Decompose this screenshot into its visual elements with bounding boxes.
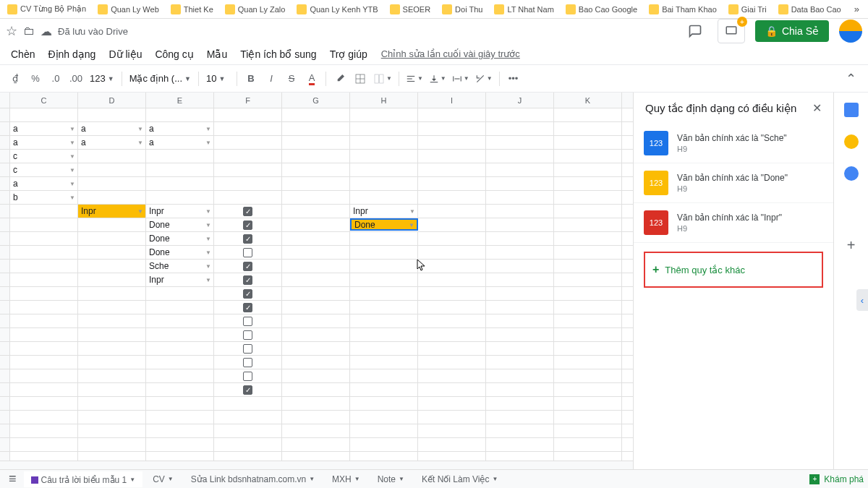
col-header[interactable]: G bbox=[282, 93, 350, 108]
col-header[interactable]: C bbox=[10, 93, 78, 108]
select-all-corner[interactable] bbox=[0, 93, 10, 108]
format-rule[interactable]: 123 Văn bản chính xác là "Sche" H9 bbox=[634, 124, 833, 163]
menu-help[interactable]: Trợ giúp bbox=[325, 46, 373, 63]
share-button[interactable]: 🔒 Chia Sẻ bbox=[755, 20, 829, 42]
cell[interactable]: ✓ bbox=[214, 383, 282, 396]
calendar-icon[interactable] bbox=[844, 103, 859, 117]
cell[interactable]: Done▼ bbox=[146, 218, 214, 231]
bookmark-item[interactable]: Quan Ly Zalo bbox=[221, 3, 290, 16]
rotate-button[interactable]: ▼ bbox=[473, 69, 495, 88]
keep-icon[interactable] bbox=[844, 134, 859, 149]
spreadsheet-grid[interactable]: C D E F G H I J K a▼a▼a▼a▼a▼a▼c▼c▼a▼b▼In… bbox=[0, 93, 633, 469]
col-header[interactable]: E bbox=[146, 93, 214, 108]
bold-button[interactable]: B bbox=[242, 69, 260, 88]
decrease-decimal-button[interactable]: .0 bbox=[46, 69, 65, 88]
cell[interactable]: ✓ bbox=[214, 301, 282, 314]
font-select[interactable]: Mặc định (...▼ bbox=[127, 73, 194, 84]
col-header[interactable]: D bbox=[78, 93, 146, 108]
cell[interactable] bbox=[214, 342, 282, 355]
cell[interactable]: ✓ bbox=[214, 218, 282, 231]
strikethrough-button[interactable]: S bbox=[282, 69, 301, 88]
cell[interactable]: ✓ bbox=[214, 287, 282, 300]
sheet-tab[interactable]: Kết Nối Làm Việc▼ bbox=[414, 472, 505, 487]
bookmarks-overflow[interactable]: » bbox=[848, 4, 865, 14]
cell[interactable]: a▼ bbox=[146, 122, 214, 135]
cell[interactable] bbox=[214, 328, 282, 341]
account-avatar[interactable] bbox=[839, 20, 862, 43]
present-button[interactable]: + bbox=[718, 19, 745, 43]
cell[interactable]: Done▼ bbox=[350, 218, 418, 231]
cell[interactable]: a▼ bbox=[146, 136, 214, 149]
cell[interactable] bbox=[214, 314, 282, 328]
col-header[interactable]: I bbox=[418, 93, 486, 108]
add-addon-icon[interactable]: + bbox=[847, 237, 856, 254]
bookmark-item[interactable]: Data Bao Cao bbox=[774, 3, 846, 16]
text-color-button[interactable]: A bbox=[302, 69, 321, 88]
col-header[interactable]: K bbox=[554, 93, 622, 108]
bookmark-item[interactable]: Giai Tri bbox=[724, 3, 771, 16]
move-folder-icon[interactable]: 🗀 bbox=[23, 25, 35, 38]
side-panel-toggle[interactable]: ‹ bbox=[856, 289, 868, 311]
last-edit-link[interactable]: Chỉnh sửa lần cuối vài giây trước bbox=[381, 48, 520, 59]
halign-button[interactable]: ▼ bbox=[404, 69, 425, 88]
cell[interactable]: a▼ bbox=[10, 136, 78, 149]
cell[interactable]: ✓ bbox=[214, 232, 282, 245]
cell[interactable]: ✓ bbox=[214, 260, 282, 273]
explore-button[interactable]: + Khám phá bbox=[809, 474, 864, 484]
cell[interactable]: c▼ bbox=[10, 150, 78, 163]
cell[interactable]: ✓ bbox=[214, 205, 282, 218]
cell[interactable]: Inpr▼ bbox=[350, 205, 418, 218]
fill-color-button[interactable] bbox=[331, 69, 349, 88]
percent-button[interactable]: % bbox=[26, 69, 45, 88]
cell[interactable]: Inpr▼ bbox=[146, 205, 214, 218]
cell[interactable]: Inpr▼ bbox=[146, 273, 214, 286]
sheet-tab[interactable]: Sửa Link bdsnhatnam.com.vn▼ bbox=[184, 472, 322, 487]
cell[interactable]: a▼ bbox=[10, 177, 78, 190]
sheet-tab[interactable]: CV▼ bbox=[145, 472, 181, 487]
cell[interactable]: a▼ bbox=[78, 136, 146, 149]
wrap-button[interactable]: ▼ bbox=[450, 69, 472, 88]
bookmark-item[interactable]: Doi Thu bbox=[438, 3, 487, 16]
bookmark-item[interactable]: Thiet Ke bbox=[166, 3, 218, 16]
cell[interactable] bbox=[214, 356, 282, 369]
bookmark-item[interactable]: Bai Tham Khao bbox=[644, 3, 721, 16]
all-sheets-icon[interactable]: ≡ bbox=[4, 471, 21, 487]
merge-button[interactable]: ▼ bbox=[371, 69, 394, 88]
font-size-select[interactable]: 10▼ bbox=[203, 73, 232, 84]
borders-button[interactable] bbox=[351, 69, 370, 88]
menu-form[interactable]: Mẫu bbox=[202, 46, 232, 63]
sheet-tab[interactable]: Note▼ bbox=[370, 472, 412, 487]
menu-addons[interactable]: Tiện ích bổ sung bbox=[235, 46, 321, 63]
cell[interactable] bbox=[214, 246, 282, 259]
number-format-select[interactable]: 123▼ bbox=[87, 73, 117, 84]
cell[interactable]: Sche▼ bbox=[146, 260, 214, 273]
horizontal-scrollbar[interactable] bbox=[0, 461, 633, 469]
cell[interactable]: c▼ bbox=[10, 163, 78, 176]
italic-button[interactable]: I bbox=[262, 69, 281, 88]
cell[interactable]: a▼ bbox=[78, 122, 146, 135]
add-rule-button[interactable]: + Thêm quy tắc khác bbox=[644, 252, 823, 288]
menu-data[interactable]: Dữ liệu bbox=[103, 46, 147, 63]
col-header[interactable]: J bbox=[486, 93, 554, 108]
cell[interactable]: ✓ bbox=[214, 273, 282, 286]
cell[interactable]: a▼ bbox=[10, 122, 78, 135]
sheet-tab[interactable]: Câu trả lời biểu mẫu 1▼ bbox=[24, 471, 143, 487]
bookmark-item[interactable]: CV Từng Bộ Phận bbox=[3, 3, 90, 16]
cell[interactable]: Done▼ bbox=[146, 246, 214, 259]
format-rule[interactable]: 123 Văn bản chính xác là "Inpr" H9 bbox=[634, 203, 833, 243]
bookmark-item[interactable]: Bao Cao Google bbox=[561, 3, 642, 16]
close-icon[interactable]: ✕ bbox=[812, 101, 822, 115]
col-header[interactable]: H bbox=[350, 93, 418, 108]
bookmark-item[interactable]: SEOER bbox=[386, 3, 435, 16]
currency-button[interactable]: ₫ bbox=[6, 69, 25, 88]
cell[interactable]: Done▼ bbox=[146, 232, 214, 245]
increase-decimal-button[interactable]: .00 bbox=[67, 69, 85, 88]
comment-history-icon[interactable] bbox=[683, 19, 707, 43]
cell[interactable]: b▼ bbox=[10, 191, 78, 204]
cell[interactable]: Inpr▼ bbox=[78, 205, 146, 218]
format-rule[interactable]: 123 Văn bản chính xác là "Done" H9 bbox=[634, 163, 833, 203]
cell[interactable] bbox=[214, 369, 282, 382]
bookmark-item[interactable]: LT Nhat Nam bbox=[490, 3, 558, 16]
bookmark-item[interactable]: Quan Ly Web bbox=[93, 3, 163, 16]
tasks-icon[interactable] bbox=[844, 166, 859, 181]
